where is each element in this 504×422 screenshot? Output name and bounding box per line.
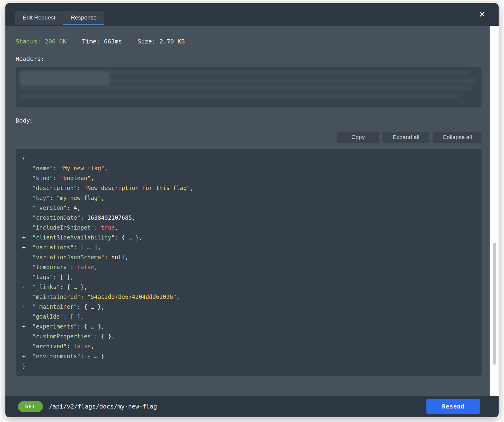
json-token: , (94, 264, 97, 270)
tab-edit-request[interactable]: Edit Request (15, 11, 63, 25)
expand-all-button[interactable]: Expand all (383, 132, 429, 143)
json-token: "tags" (32, 274, 53, 280)
size-value: 2.70 KB (159, 38, 185, 45)
json-token: "archived" (32, 343, 67, 349)
expand-toggle-icon[interactable]: + (22, 302, 32, 312)
json-token: : (70, 264, 77, 270)
expand-toggle-icon[interactable]: + (22, 351, 32, 361)
json-token: : [ … ], (74, 244, 101, 251)
json-token: "kind" (32, 175, 53, 181)
json-line: "temporary": false, (22, 262, 475, 272)
modal-footer: GET /api/v2/flags/docs/my-new-flag Resen… (5, 396, 499, 417)
json-token: "environments" (32, 353, 80, 359)
json-line: "maintainerId": "54ac2d97de674204ddd6109… (22, 292, 475, 302)
json-line: "name": "My new flag", (22, 163, 475, 173)
json-line: "goalIds": [ ], (22, 312, 475, 322)
json-token: "New description for this flag" (84, 185, 190, 191)
scrollbar-thumb[interactable] (493, 243, 496, 365)
close-icon[interactable]: ✕ (479, 10, 485, 18)
json-token: : (80, 293, 87, 300)
resend-button[interactable]: Resend (426, 399, 480, 414)
response-modal: Edit RequestResponse ✕ Status:200 OK Tim… (5, 3, 499, 417)
json-token: "temporary" (32, 264, 70, 270)
json-token: : (50, 195, 57, 201)
tab-response[interactable]: Response (63, 11, 105, 25)
json-token: , (105, 165, 108, 171)
json-token: "customProperties" (32, 333, 94, 340)
json-token: "_maintainer" (32, 303, 77, 310)
redacted-highlight (20, 71, 110, 86)
json-token: 4 (74, 204, 77, 211)
json-line: +"_links": { … }, (22, 282, 475, 292)
tabs: Edit RequestResponse (15, 11, 104, 25)
json-token: "description" (32, 185, 77, 191)
json-token: , (176, 293, 180, 300)
json-line: "variationJsonSchema": null, (22, 252, 475, 262)
body-label: Body: (16, 117, 482, 124)
http-method-badge: GET (18, 401, 43, 412)
json-token: , (91, 175, 94, 181)
collapse-all-button[interactable]: Collapse all (433, 132, 482, 143)
json-token: : { }, (94, 333, 115, 340)
json-line: "key": "my-new-flag", (22, 193, 475, 203)
json-line: +"experiments": { … }, (22, 322, 475, 331)
json-line: +"clientSideAvailability": { … }, (22, 233, 475, 242)
expand-toggle-icon[interactable]: + (22, 233, 32, 242)
json-token: "clientSideAvailability" (32, 234, 115, 241)
json-token: : (80, 214, 87, 221)
json-token: true (101, 224, 115, 231)
json-line: +"environments": { … } (22, 351, 475, 361)
json-token: 1638492107685 (87, 214, 132, 221)
status-item: Status:200 OK (16, 38, 67, 45)
modal-topbar: Edit RequestResponse ✕ (5, 3, 499, 26)
json-token: "My new flag" (60, 165, 105, 171)
json-token: : (105, 254, 111, 260)
json-token: , (132, 214, 135, 221)
json-line: +"_maintainer": { … }, (22, 302, 475, 312)
expand-toggle-icon[interactable]: + (22, 242, 32, 252)
response-content: Status:200 OK Time:663ms Size:2.70 KB He… (5, 26, 499, 396)
json-token: : { … }, (60, 284, 87, 290)
json-token: "variations" (32, 244, 73, 251)
json-token: : (67, 343, 74, 349)
json-token: , (190, 185, 194, 191)
scrollbar-track[interactable] (490, 26, 499, 396)
expand-toggle-icon[interactable]: + (22, 282, 32, 292)
time-item: Time:663ms (82, 38, 122, 45)
size-label: Size: (138, 38, 156, 45)
json-token: , (77, 204, 80, 211)
copy-button[interactable]: Copy (337, 132, 379, 143)
json-token: : (77, 185, 84, 191)
body-toolbar: Copy Expand all Collapse all (16, 132, 482, 143)
json-token: false (74, 343, 91, 349)
headers-box-redacted (16, 67, 482, 107)
json-token: : [ ], (63, 313, 84, 320)
json-line: { (22, 153, 475, 163)
json-body: {"name": "My new flag","kind": "boolean"… (16, 149, 482, 376)
redacted-line (20, 86, 472, 91)
json-token: "includeInSnippet" (32, 224, 94, 231)
json-token: false (77, 264, 94, 270)
json-token: "name" (32, 165, 53, 171)
json-line: "includeInSnippet": true, (22, 223, 475, 233)
json-token: : [ ], (53, 274, 74, 280)
status-value: 200 OK (45, 38, 66, 45)
json-token: , (125, 254, 128, 260)
redacted-line (20, 94, 458, 98)
json-token: : { … }, (115, 234, 142, 241)
json-token: null (111, 254, 125, 260)
json-token: "_links" (32, 284, 60, 290)
json-token: : { … } (80, 353, 104, 359)
json-token: "boolean" (60, 175, 91, 181)
json-token: "key" (32, 195, 49, 201)
json-token: "_version" (32, 204, 67, 211)
json-token: { (22, 155, 25, 162)
json-token: "goalIds" (32, 313, 63, 320)
json-line: "kind": "boolean", (22, 173, 475, 183)
json-token: , (101, 195, 104, 201)
json-token: "my-new-flag" (56, 195, 101, 201)
json-token: : (53, 165, 60, 171)
json-token: : (94, 224, 101, 231)
json-line: "archived": false, (22, 341, 475, 351)
expand-toggle-icon[interactable]: + (22, 322, 32, 331)
